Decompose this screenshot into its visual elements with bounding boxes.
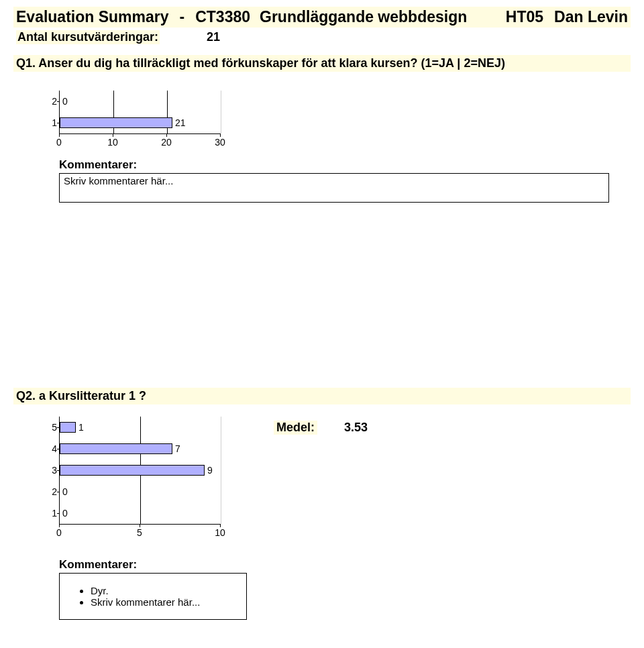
question-q2: Q2. a Kurslitteratur 1 ? [13, 388, 631, 404]
q2-comments-list: Dyr.Skriv kommentarer här... [64, 585, 242, 608]
chart-x-label: 10 [107, 137, 118, 148]
medel-value: 3.53 [344, 421, 368, 435]
course-code: CT3380 [195, 8, 250, 26]
chart-bar [60, 117, 172, 128]
header-row: Evaluation Summary - CT3380 Grundläggand… [13, 7, 631, 28]
chart-q2-wrap: 5147392010 0510 [59, 417, 233, 539]
chart-bar-value: 1 [78, 422, 84, 433]
chart-q1-wrap: 20121 0102030 [59, 91, 233, 149]
q1-comments-label: Kommentarer: [59, 158, 631, 172]
list-item: Skriv kommentarer här... [91, 596, 242, 608]
chart-x-label: 10 [215, 527, 225, 538]
chart-bar-row: 39 [60, 460, 221, 481]
chart-q2-xaxis: 0510 [59, 525, 220, 539]
chart-bar-row: 20 [60, 91, 221, 112]
medel-label: Medel: [274, 421, 317, 435]
chart-q1-xaxis: 0102030 [59, 134, 220, 149]
chart-y-label: 3 [44, 465, 57, 476]
q1-comments-box: Skriv kommentarer här... [59, 173, 609, 203]
count-row: Antal kursutvärderingar: 21 [13, 28, 631, 51]
chart-y-label: 4 [44, 443, 57, 454]
chart-x-label: 30 [215, 137, 225, 148]
chart-x-label: 0 [56, 527, 62, 538]
chart-x-label: 0 [56, 137, 62, 148]
teacher-name: Dan Levin [554, 8, 628, 26]
chart-bar-value: 0 [62, 486, 68, 497]
chart-y-label: 2 [44, 486, 57, 497]
count-value: 21 [207, 30, 220, 44]
chart-bar-row: 51 [60, 417, 221, 438]
chart-bar-value: 21 [175, 117, 186, 128]
chart-bar-value: 0 [62, 508, 68, 519]
chart-bar-row: 20 [60, 481, 221, 502]
page-title: Evaluation Summary [16, 8, 169, 26]
chart-q2: 5147392010 [59, 417, 221, 525]
chart-y-label: 5 [44, 422, 57, 433]
q2-comments-block: Kommentarer: Dyr.Skriv kommentarer här..… [59, 558, 631, 620]
q1-comments-text: Skriv kommentarer här... [64, 175, 173, 186]
chart-x-label: 20 [161, 137, 172, 148]
chart-bar-row: 121 [60, 112, 221, 133]
chart-y-label: 1 [44, 508, 57, 519]
chart-x-label: 5 [137, 527, 142, 538]
course-name: Grundläggande webbdesign [260, 8, 467, 26]
header-separator: - [180, 8, 185, 26]
chart-bar [60, 422, 76, 433]
chart-y-label: 1 [44, 117, 57, 128]
chart-y-label: 2 [44, 96, 57, 107]
chart-bar-value: 9 [207, 465, 213, 476]
chart-bar [60, 443, 172, 454]
term-label: HT05 [506, 8, 543, 26]
chart-bar-row: 47 [60, 438, 221, 460]
count-label: Antal kursutvärderingar: [16, 30, 160, 44]
list-item: Dyr. [91, 585, 242, 596]
chart-bar-value: 0 [62, 96, 68, 107]
q1-comments-block: Kommentarer: Skriv kommentarer här... [59, 158, 631, 203]
chart-bar-value: 7 [175, 443, 180, 454]
q2-comments-box: Dyr.Skriv kommentarer här... [59, 573, 247, 620]
chart-bar-row: 10 [60, 502, 221, 524]
chart-bar [60, 465, 205, 476]
q2-comments-label: Kommentarer: [59, 558, 631, 572]
chart-q1: 20121 [59, 91, 221, 134]
medel-row: Medel: 3.53 [274, 421, 368, 435]
question-q1: Q1. Anser du dig ha tillräckligt med för… [13, 55, 631, 72]
